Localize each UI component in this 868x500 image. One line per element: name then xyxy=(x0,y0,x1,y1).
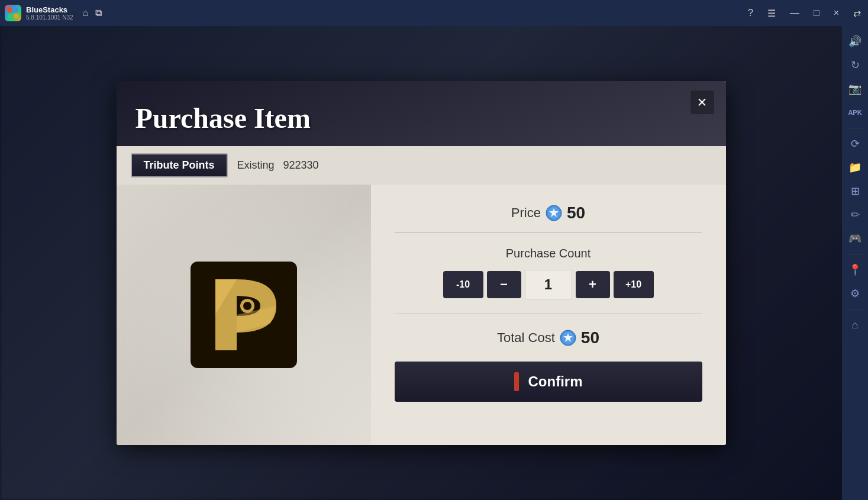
purchase-modal: Purchase Item × Tribute Points Existing … xyxy=(117,81,726,445)
titlebar: BlueStacks 5.8.101.1001 N32 ⌂ ⧉ ? ☰ — □ … xyxy=(0,0,868,26)
plus-button[interactable]: + xyxy=(576,271,610,298)
sidebar-home-icon[interactable]: ⌂ xyxy=(844,314,866,336)
sidebar-divider-3 xyxy=(847,309,863,309)
sidebar-screenshot-icon[interactable]: 📷 xyxy=(844,78,866,99)
sidebar-rotate-icon[interactable]: ↻ xyxy=(844,54,866,76)
maximize-button[interactable]: □ xyxy=(811,7,822,20)
sidebar-apk-icon[interactable]: APK xyxy=(844,102,866,123)
minimize-button[interactable]: — xyxy=(788,7,802,20)
stepper-row: -10 − 1 + +10 xyxy=(395,270,702,314)
confirm-label: Confirm xyxy=(528,373,583,390)
modal-body: Tribute Points Existing 922330 xyxy=(117,146,726,445)
sidebar-brush-icon[interactable]: ✏ xyxy=(844,204,866,225)
app-name: BlueStacks xyxy=(26,5,73,15)
total-cost-value: 50 xyxy=(581,328,599,347)
plus10-button[interactable]: +10 xyxy=(614,271,654,298)
minus10-button[interactable]: -10 xyxy=(443,271,483,298)
svg-rect-2 xyxy=(8,14,12,18)
tribute-bar: Tribute Points Existing 922330 xyxy=(117,146,726,185)
sidebar-divider-1 xyxy=(847,128,863,128)
price-value: 50 xyxy=(567,204,585,222)
modal-close-button[interactable]: × xyxy=(690,91,714,114)
svg-rect-8 xyxy=(215,343,237,350)
sidebar-resize-icon[interactable]: ⊞ xyxy=(844,180,866,202)
svg-rect-0 xyxy=(8,8,12,12)
minus-button[interactable]: − xyxy=(487,271,521,298)
sidebar-location-icon[interactable]: 📍 xyxy=(844,259,866,280)
total-cost-label: Total Cost xyxy=(497,330,555,346)
help-button[interactable]: ? xyxy=(746,7,756,20)
tribute-existing-text: Existing 922330 xyxy=(237,159,319,172)
app-logo xyxy=(5,5,21,21)
sidebar-gamepad-icon[interactable]: 🎮 xyxy=(844,228,866,249)
sidebar-divider-2 xyxy=(847,254,863,254)
item-icon xyxy=(185,256,303,374)
confirm-accent-bar xyxy=(514,372,519,391)
existing-label: Existing xyxy=(237,159,275,171)
sidebar-settings-icon[interactable]: ⚙ xyxy=(844,283,866,304)
purchase-details: Price 50 Purchase Count -10 xyxy=(371,185,726,445)
item-image-area xyxy=(117,185,371,445)
menu-button[interactable]: ☰ xyxy=(765,7,778,20)
content-row: Price 50 Purchase Count -10 xyxy=(117,185,726,445)
sidebar-volume-icon[interactable]: 🔊 xyxy=(844,31,866,52)
right-sidebar: 🔊 ↻ 📷 APK ⟳ 📁 ⊞ ✏ 🎮 📍 ⚙ ⌂ xyxy=(842,26,868,500)
purchase-count-label: Purchase Count xyxy=(395,247,702,260)
total-row: Total Cost 50 xyxy=(395,328,702,347)
home-icon[interactable]: ⌂ xyxy=(83,8,89,18)
price-row: Price 50 xyxy=(395,204,702,233)
modal-header: Purchase Item × xyxy=(117,81,726,146)
total-coin-icon xyxy=(560,330,576,346)
svg-rect-3 xyxy=(14,14,18,18)
sidebar-refresh-icon[interactable]: ⟳ xyxy=(844,133,866,154)
sidebar-folder-icon[interactable]: 📁 xyxy=(844,157,866,178)
confirm-button[interactable]: Confirm xyxy=(395,362,702,402)
modal-title: Purchase Item xyxy=(135,102,311,134)
sidebar-toggle-icon[interactable]: ⇄ xyxy=(851,7,863,20)
price-coin-icon xyxy=(546,205,562,221)
svg-rect-1 xyxy=(14,8,18,12)
price-label: Price xyxy=(511,205,541,221)
app-version: 5.8.101.1001 N32 xyxy=(26,14,73,21)
svg-point-7 xyxy=(243,302,251,310)
tribute-points-label: Tribute Points xyxy=(131,153,228,178)
main-area: Purchase Item × Tribute Points Existing … xyxy=(0,26,842,500)
close-button[interactable]: × xyxy=(831,7,841,20)
multi-instance-icon[interactable]: ⧉ xyxy=(95,8,102,18)
existing-value: 922330 xyxy=(283,159,319,171)
stepper-value: 1 xyxy=(525,270,572,299)
